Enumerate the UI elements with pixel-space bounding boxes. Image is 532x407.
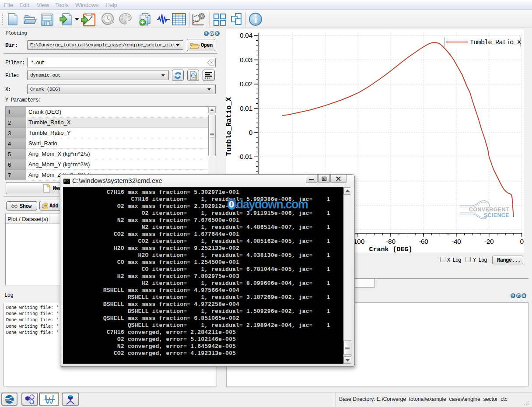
svg-text:Tumble_Ratio_X: Tumble_Ratio_X bbox=[470, 39, 521, 46]
svg-text:0.01: 0.01 bbox=[240, 105, 252, 112]
svg-text:Tumble_Ratio_X: Tumble_Ratio_X bbox=[226, 97, 233, 156]
svg-text:0: 0 bbox=[229, 199, 234, 210]
svg-text:CONVERGENT: CONVERGENT bbox=[469, 207, 509, 213]
svg-text:C:\: C:\ bbox=[64, 180, 69, 183]
svg-text:daydown.com: daydown.com bbox=[236, 198, 308, 211]
svg-text:0: 0 bbox=[520, 238, 524, 245]
svg-text:-20: -20 bbox=[484, 238, 494, 245]
svg-text:0.04: 0.04 bbox=[240, 32, 253, 39]
svg-text:-60: -60 bbox=[419, 238, 428, 245]
svg-text:Crank (DEG): Crank (DEG) bbox=[369, 246, 412, 253]
svg-text:0: 0 bbox=[249, 129, 253, 136]
svg-text:0.03: 0.03 bbox=[240, 56, 252, 63]
svg-text:-40: -40 bbox=[452, 238, 461, 245]
svg-text:-80: -80 bbox=[386, 238, 396, 245]
svg-text:0.02: 0.02 bbox=[240, 80, 252, 88]
svg-text:SCIENCE: SCIENCE bbox=[484, 212, 509, 218]
svg-text:-0.01: -0.01 bbox=[238, 153, 252, 160]
